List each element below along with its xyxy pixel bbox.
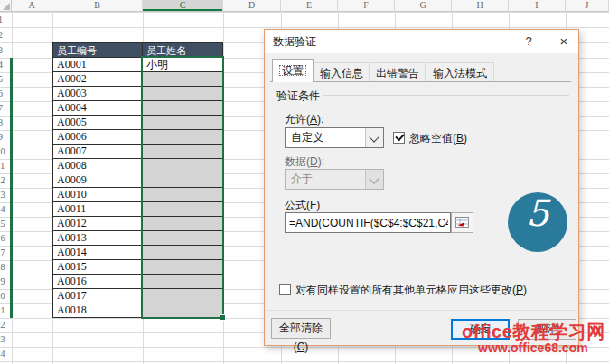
row-header-2[interactable]: 2 [0, 27, 12, 42]
gridline [0, 12, 609, 13]
table-header-cell: 员工编号 [52, 42, 143, 58]
footer-divider [266, 310, 577, 311]
data-select-value: 介于 [291, 173, 313, 185]
data-label: 数据(D): [285, 154, 324, 170]
column-header-C[interactable]: C [143, 0, 223, 12]
column-header-B[interactable]: B [52, 0, 143, 12]
tab-strip-divider [270, 81, 571, 82]
cell-id[interactable]: A0007 [52, 145, 143, 159]
cell-id[interactable]: A0002 [52, 72, 143, 87]
cell-id[interactable]: A0016 [52, 275, 143, 289]
cell-id[interactable]: A0010 [52, 188, 143, 202]
row-header-24[interactable]: 24 [0, 347, 12, 361]
column-header-E[interactable]: E [281, 0, 338, 12]
gridline [0, 27, 609, 28]
cell-id[interactable]: A0009 [52, 173, 143, 188]
data-validation-dialog: 数据验证 ? × 设置 输入信息 出错警告 输入法模式 验证条件 允许(A): … [264, 29, 579, 346]
gridline [0, 361, 609, 362]
tab-settings-label: 设置 [276, 62, 309, 79]
watermark-url: www.office68.com [478, 341, 588, 355]
range-selector-button[interactable] [451, 212, 473, 233]
validation-criteria-group-label: 验证条件 [276, 89, 320, 104]
tab-input-message[interactable]: 输入信息 [314, 62, 370, 82]
cell-id[interactable]: A0005 [52, 116, 143, 130]
step-badge: 5 [508, 192, 567, 252]
column-header-I[interactable]: I [509, 0, 566, 12]
cell-id[interactable]: A0018 [52, 303, 143, 318]
cell-id[interactable]: A0014 [52, 246, 143, 260]
cell-id[interactable]: A0017 [52, 289, 143, 303]
selection-outline[interactable] [141, 56, 224, 319]
row-header-1[interactable]: 1 [0, 12, 12, 27]
column-header-A[interactable]: A [12, 0, 52, 12]
allow-label: 允许(A): [285, 112, 323, 127]
collapse-dialog-icon [455, 217, 469, 228]
chevron-down-icon[interactable] [365, 128, 383, 147]
close-icon[interactable]: × [555, 32, 573, 51]
row-header-3[interactable]: 3 [0, 42, 12, 58]
row-header-22[interactable]: 22 [0, 318, 12, 332]
select-all-triangle-icon [3, 3, 10, 10]
cell-id[interactable]: A0003 [52, 87, 143, 101]
cell-id[interactable]: A0011 [52, 202, 143, 217]
clear-all-button[interactable]: 全部清除(C) [271, 318, 331, 339]
allow-select[interactable]: 自定义 [285, 127, 384, 148]
cell-id[interactable]: A0015 [52, 260, 143, 275]
selected-rows-accent [10, 58, 13, 318]
help-icon[interactable]: ? [520, 32, 538, 51]
formula-input[interactable] [285, 212, 451, 233]
dialog-titlebar: 数据验证 ? × [265, 30, 578, 53]
group-divider [323, 95, 569, 96]
cell-id[interactable]: A0012 [52, 217, 143, 231]
select-all-corner[interactable] [0, 0, 12, 12]
row-header-23[interactable]: 23 [0, 332, 12, 347]
cell-id[interactable]: A0006 [52, 130, 143, 145]
tab-ime-mode[interactable]: 输入法模式 [426, 62, 494, 82]
column-header-H[interactable]: H [452, 0, 509, 12]
formula-label: 公式(F) [285, 198, 320, 213]
tab-error-alert[interactable]: 出错警告 [370, 62, 426, 82]
chevron-down-icon [365, 170, 383, 189]
tab-settings[interactable]: 设置 [272, 59, 314, 82]
column-header-F[interactable]: F [338, 0, 395, 12]
ignore-blank-checkbox[interactable] [393, 132, 405, 144]
fill-handle[interactable] [220, 314, 226, 321]
column-header-D[interactable]: D [223, 0, 281, 12]
cell-id[interactable]: A0001 [52, 58, 143, 72]
cell-id[interactable]: A0008 [52, 159, 143, 173]
column-header-G[interactable]: G [395, 0, 452, 12]
cell-id[interactable]: A0013 [52, 231, 143, 246]
ignore-blank-label: 忽略空值(B) [409, 131, 467, 146]
column-header-J[interactable]: J [566, 0, 609, 12]
data-select-disabled: 介于 [285, 169, 384, 190]
screenshot-root: ABCDEFGHIJ123456789101112131415161718192… [0, 0, 609, 364]
apply-all-checkbox[interactable] [279, 284, 291, 295]
allow-select-value: 自定义 [291, 131, 323, 144]
dialog-title: 数据验证 [273, 30, 316, 53]
apply-all-label: 对有同样设置的所有其他单元格应用这些更改(P) [295, 283, 527, 298]
cell-id[interactable]: A0004 [52, 101, 143, 116]
